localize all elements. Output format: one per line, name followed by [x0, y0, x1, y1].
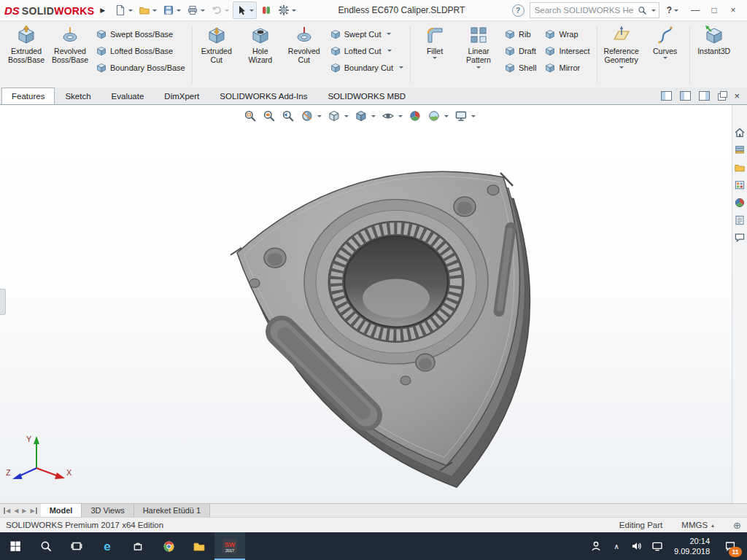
- menu-expand-arrow[interactable]: ▶: [100, 7, 105, 14]
- custom-properties-icon[interactable]: [734, 214, 746, 226]
- dropdown-caret[interactable]: [663, 57, 667, 59]
- model-tab[interactable]: Model: [41, 504, 82, 517]
- close-button[interactable]: ×: [724, 2, 743, 18]
- appearances-icon[interactable]: [734, 197, 746, 209]
- dropdown-caret[interactable]: [344, 115, 349, 117]
- minimize-button[interactable]: —: [686, 2, 705, 18]
- section-view-button[interactable]: [301, 109, 322, 122]
- maximize-button[interactable]: □: [705, 2, 724, 18]
- dropdown-caret[interactable]: [444, 115, 449, 117]
- next-tab-button[interactable]: ▶: [22, 508, 26, 514]
- resources-home-icon[interactable]: [734, 127, 746, 139]
- graphics-viewport[interactable]: Y X Z: [0, 105, 747, 503]
- dropdown-caret[interactable]: [225, 9, 229, 12]
- edge-browser-button[interactable]: e: [92, 532, 123, 560]
- revolved-cut-button[interactable]: RevolvedCut: [282, 23, 326, 88]
- tab-dimxpert[interactable]: DimXpert: [154, 88, 209, 104]
- instant3d-button[interactable]: Instant3D: [692, 23, 736, 88]
- pane-left-toggle-icon[interactable]: [661, 91, 672, 101]
- taskbar-clock[interactable]: 20:14 9.09.2018: [667, 536, 716, 557]
- dropdown-caret[interactable]: [177, 9, 181, 12]
- dropdown-caret[interactable]: [619, 66, 624, 69]
- boundary-boss-base-button[interactable]: Boundary Boss/Base: [96, 61, 185, 74]
- people-button[interactable]: [586, 532, 606, 560]
- previous-tab-button[interactable]: ◀: [14, 508, 18, 514]
- solidworks-app-button[interactable]: SW2017: [214, 532, 245, 560]
- network-button[interactable]: [647, 532, 667, 560]
- start-button[interactable]: [0, 532, 31, 560]
- dropdown-caret[interactable]: [128, 9, 133, 12]
- 3d-views-tab[interactable]: 3D Views: [82, 504, 133, 517]
- tab-features[interactable]: Features: [1, 88, 55, 104]
- options-button[interactable]: [276, 2, 298, 18]
- extruded-boss-base-button[interactable]: ExtrudedBoss/Base: [4, 23, 48, 88]
- lofted-boss-base-button[interactable]: Lofted Boss/Base: [96, 44, 185, 57]
- previous-view-button[interactable]: [282, 109, 295, 122]
- revolved-boss-base-button[interactable]: RevolvedBoss/Base: [48, 23, 92, 88]
- zoom-to-fit-button[interactable]: [244, 109, 257, 122]
- dropdown-caret[interactable]: [651, 9, 656, 12]
- fillet-button[interactable]: Fillet: [413, 23, 457, 88]
- draft-button[interactable]: Draft: [505, 44, 536, 57]
- dropdown-caret[interactable]: [317, 115, 322, 117]
- dropdown-caret[interactable]: [387, 50, 392, 52]
- select-tool-button[interactable]: [233, 1, 257, 19]
- zoom-to-area-button[interactable]: [263, 109, 276, 122]
- dropdown-caret[interactable]: [398, 115, 403, 117]
- dropdown-caret[interactable]: [371, 115, 376, 117]
- help-menu-button[interactable]: ?: [667, 5, 678, 15]
- extruded-cut-button[interactable]: ExtrudedCut: [195, 23, 239, 88]
- microsoft-store-button[interactable]: [123, 532, 153, 560]
- feature-manager-collapsed-tab[interactable]: [0, 289, 6, 315]
- dropdown-caret[interactable]: [152, 9, 157, 12]
- forum-icon[interactable]: [734, 232, 746, 244]
- new-document-button[interactable]: [112, 2, 135, 18]
- edit-appearance-button[interactable]: [409, 109, 422, 122]
- boundary-cut-button[interactable]: Boundary Cut: [330, 61, 403, 74]
- view-palette-icon[interactable]: [734, 179, 746, 191]
- tab-solidworks-add-ins[interactable]: SOLIDWORKS Add-Ins: [209, 88, 317, 104]
- lofted-cut-button[interactable]: Lofted Cut: [330, 44, 403, 57]
- dropdown-caret[interactable]: [399, 66, 403, 69]
- view-settings-button[interactable]: [454, 109, 476, 122]
- intersect-button[interactable]: Intersect: [545, 44, 589, 57]
- file-explorer-icon[interactable]: [734, 162, 746, 174]
- quick-help-button[interactable]: ?: [512, 4, 525, 17]
- tab-solidworks-mbd[interactable]: SOLIDWORKS MBD: [317, 88, 416, 104]
- dropdown-caret[interactable]: [201, 9, 205, 12]
- view-orientation-button[interactable]: [328, 109, 349, 122]
- save-button[interactable]: [160, 2, 183, 18]
- dropdown-caret[interactable]: [674, 9, 678, 12]
- apply-scene-button[interactable]: [427, 109, 449, 122]
- design-library-icon[interactable]: [734, 144, 746, 156]
- taskbar-search-button[interactable]: [31, 532, 61, 560]
- wrap-button[interactable]: Wrap: [545, 28, 589, 40]
- open-button[interactable]: [136, 2, 159, 18]
- model-canvas[interactable]: [0, 105, 732, 503]
- restore-document-icon[interactable]: [718, 93, 726, 101]
- dropdown-caret[interactable]: [476, 66, 481, 69]
- status-globe-icon[interactable]: ⊕: [733, 520, 741, 531]
- action-center-button[interactable]: 11: [716, 532, 744, 560]
- dropdown-caret[interactable]: [387, 33, 391, 35]
- shell-button[interactable]: Shell: [505, 61, 536, 74]
- curves-button[interactable]: Curves: [643, 23, 687, 88]
- display-style-button[interactable]: [355, 109, 376, 122]
- first-tab-button[interactable]: ◀: [4, 508, 10, 514]
- dropdown-caret[interactable]: [249, 9, 254, 12]
- volume-button[interactable]: [627, 532, 647, 560]
- hole-wizard-button[interactable]: HoleWizard: [239, 23, 282, 88]
- unit-system-selector[interactable]: MMGS ▴: [681, 521, 714, 529]
- search-input[interactable]: [533, 5, 635, 15]
- dropdown-caret[interactable]: [433, 57, 437, 59]
- chrome-button[interactable]: [153, 532, 184, 560]
- file-explorer-button[interactable]: [184, 532, 214, 560]
- task-view-button[interactable]: [61, 532, 92, 560]
- mirror-button[interactable]: Mirror: [545, 61, 589, 74]
- hide-show-items-button[interactable]: [382, 109, 403, 122]
- dropdown-caret[interactable]: [471, 115, 476, 117]
- search-icon[interactable]: [638, 6, 647, 15]
- tab-evaluate[interactable]: Evaluate: [101, 88, 155, 104]
- show-hidden-icons-button[interactable]: ∧: [606, 532, 627, 560]
- pane-split-toggle-icon[interactable]: [680, 91, 691, 101]
